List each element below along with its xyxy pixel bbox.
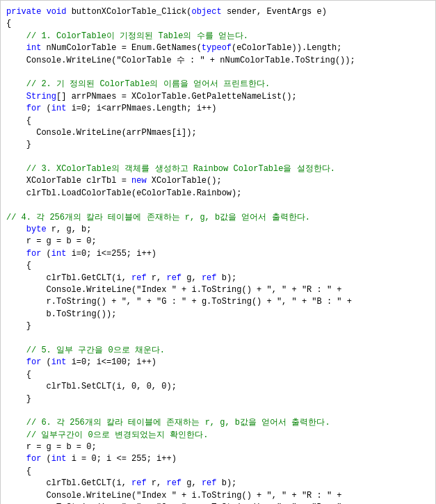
code-window: private void buttonXColorTable_Click(obj… <box>0 0 436 504</box>
code-content: private void buttonXColorTable_Click(obj… <box>6 6 433 504</box>
